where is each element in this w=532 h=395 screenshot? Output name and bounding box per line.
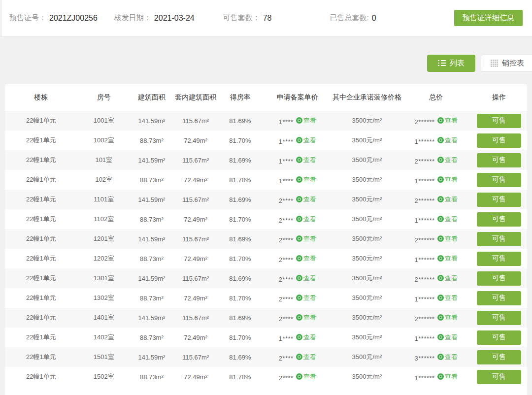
status-available-button[interactable]: 可售 xyxy=(477,193,521,207)
total-price-masked: 1****** xyxy=(415,256,435,263)
status-available-button[interactable]: 可售 xyxy=(477,370,521,384)
unit-price-cell: 1****查看 xyxy=(263,111,332,131)
unit-price-view-link[interactable]: 查看 xyxy=(296,156,316,165)
table-row: 22幢1单元 1301室 141.59m² 115.67m² 81.69% 2*… xyxy=(4,268,528,288)
inner-area-cell: 72.49m² xyxy=(173,170,218,190)
total-price-view-link[interactable]: 查看 xyxy=(437,333,458,342)
sales-control-label: 销控表 xyxy=(502,59,524,68)
status-available-button[interactable]: 可售 xyxy=(477,252,521,266)
area-cell: 88.73m² xyxy=(130,288,173,308)
total-price-view-link[interactable]: 查看 xyxy=(437,294,458,302)
room-cell: 1102室 xyxy=(78,209,130,229)
total-price-view-link[interactable]: 查看 xyxy=(437,313,458,322)
status-available-button[interactable]: 可售 xyxy=(477,153,521,167)
status-available-button[interactable]: 可售 xyxy=(477,133,521,148)
total-price-view-link[interactable]: 查看 xyxy=(437,353,458,362)
view-icon xyxy=(296,137,302,143)
inner-area-cell: 115.67m² xyxy=(173,268,218,288)
view-link-label: 查看 xyxy=(445,195,458,204)
total-price-cell: 2******查看 xyxy=(401,229,470,249)
building-cell: 22幢1单元 xyxy=(4,249,78,268)
grid-icon xyxy=(491,60,498,67)
decoration-price-cell: 3500元/m² xyxy=(332,268,401,288)
table-header-row: 楼栋房号建筑面积套内建筑面积得房率申请备案单价其中企业承诺装修价格总价操作 xyxy=(4,84,528,111)
view-icon xyxy=(437,137,444,143)
unit-price-view-link[interactable]: 查看 xyxy=(296,215,316,224)
unit-price-view-link[interactable]: 查看 xyxy=(296,254,316,263)
total-price-view-link[interactable]: 查看 xyxy=(437,175,458,184)
unit-price-masked: 1**** xyxy=(279,177,294,184)
list-view-button[interactable]: 列表 xyxy=(427,55,475,72)
status-available-button[interactable]: 可售 xyxy=(477,114,521,128)
status-available-button[interactable]: 可售 xyxy=(477,173,521,187)
area-cell: 141.59m² xyxy=(130,268,173,288)
room-cell: 1002室 xyxy=(78,131,130,150)
status-available-button[interactable]: 可售 xyxy=(477,311,521,325)
table-row: 22幢1单元 1101室 141.59m² 115.67m² 81.69% 2*… xyxy=(4,190,528,209)
column-header: 操作 xyxy=(470,84,528,111)
presale-certificate-bar: 预售证号： 2021ZJ00256 核发日期： 2021-03-24 可售套数：… xyxy=(1,0,532,37)
rate-cell: 81.70% xyxy=(218,249,262,268)
building-cell: 22幢1单元 xyxy=(4,328,78,347)
field-label: 核发日期： xyxy=(114,13,151,23)
action-cell: 可售 xyxy=(470,170,528,190)
total-price-view-link[interactable]: 查看 xyxy=(437,234,458,243)
inner-area-cell: 115.67m² xyxy=(173,111,218,131)
view-link-label: 查看 xyxy=(303,136,316,145)
list-view-label: 列表 xyxy=(450,59,465,68)
action-cell: 可售 xyxy=(470,111,528,131)
table-row: 22幢1单元 1201室 141.59m² 115.67m² 81.69% 2*… xyxy=(4,229,528,249)
rate-cell: 81.70% xyxy=(218,288,262,308)
unit-price-view-link[interactable]: 查看 xyxy=(296,313,316,322)
unit-price-cell: 1****查看 xyxy=(263,170,332,190)
status-available-button[interactable]: 可售 xyxy=(477,330,521,345)
unit-price-cell: 2****查看 xyxy=(263,288,332,308)
building-cell: 22幢1单元 xyxy=(4,150,78,170)
unit-price-view-link[interactable]: 查看 xyxy=(296,116,316,125)
total-price-cell: 2******查看 xyxy=(401,150,470,170)
view-link-label: 查看 xyxy=(445,294,458,302)
unit-price-view-link[interactable]: 查看 xyxy=(296,372,316,381)
view-link-label: 查看 xyxy=(303,175,316,184)
building-cell: 22幢1单元 xyxy=(4,170,78,190)
area-cell: 88.73m² xyxy=(130,209,173,229)
view-icon xyxy=(437,373,444,380)
status-available-button[interactable]: 可售 xyxy=(477,271,521,286)
table-row: 22幢1单元 1402室 88.73m² 72.49m² 81.70% 1***… xyxy=(4,328,528,347)
total-price-view-link[interactable]: 查看 xyxy=(437,254,458,263)
view-icon xyxy=(296,295,302,301)
status-available-button[interactable]: 可售 xyxy=(477,232,521,246)
total-price-view-link[interactable]: 查看 xyxy=(437,215,458,224)
decoration-price-cell: 3500元/m² xyxy=(332,209,401,229)
status-available-button[interactable]: 可售 xyxy=(477,350,521,364)
view-link-label: 查看 xyxy=(303,353,316,362)
total-price-view-link[interactable]: 查看 xyxy=(437,195,458,204)
total-price-view-link[interactable]: 查看 xyxy=(437,116,458,125)
unit-price-view-link[interactable]: 查看 xyxy=(296,294,316,302)
area-cell: 141.59m² xyxy=(130,229,173,249)
unit-price-view-link[interactable]: 查看 xyxy=(296,333,316,342)
unit-price-view-link[interactable]: 查看 xyxy=(296,353,316,362)
table-row: 22幢1单元 1501室 141.59m² 115.67m² 81.69% 2*… xyxy=(4,347,528,367)
unit-price-view-link[interactable]: 查看 xyxy=(296,175,316,184)
status-available-button[interactable]: 可售 xyxy=(477,291,521,305)
inner-area-cell: 115.67m² xyxy=(173,347,218,367)
inner-area-cell: 72.49m² xyxy=(173,209,218,229)
unit-price-view-link[interactable]: 查看 xyxy=(296,274,316,283)
unit-price-view-link[interactable]: 查看 xyxy=(296,195,316,204)
view-link-label: 查看 xyxy=(303,195,316,204)
listing-table-card: 楼栋房号建筑面积套内建筑面积得房率申请备案单价其中企业承诺装修价格总价操作 22… xyxy=(4,84,528,395)
presale-certificate-detail-button[interactable]: 预售证详细信息 xyxy=(454,10,523,26)
total-price-masked: 2****** xyxy=(415,275,435,283)
unit-price-view-link[interactable]: 查看 xyxy=(296,234,316,243)
total-price-view-link[interactable]: 查看 xyxy=(437,274,458,283)
sales-control-view-button[interactable]: 销控表 xyxy=(481,55,532,72)
total-price-masked: 1****** xyxy=(415,374,435,381)
status-available-button[interactable]: 可售 xyxy=(477,212,521,227)
view-link-label: 查看 xyxy=(445,175,458,184)
total-price-view-link[interactable]: 查看 xyxy=(437,372,458,381)
unit-price-view-link[interactable]: 查看 xyxy=(296,136,316,145)
column-header: 建筑面积 xyxy=(130,84,173,111)
total-price-view-link[interactable]: 查看 xyxy=(437,156,458,165)
total-price-view-link[interactable]: 查看 xyxy=(437,136,458,145)
